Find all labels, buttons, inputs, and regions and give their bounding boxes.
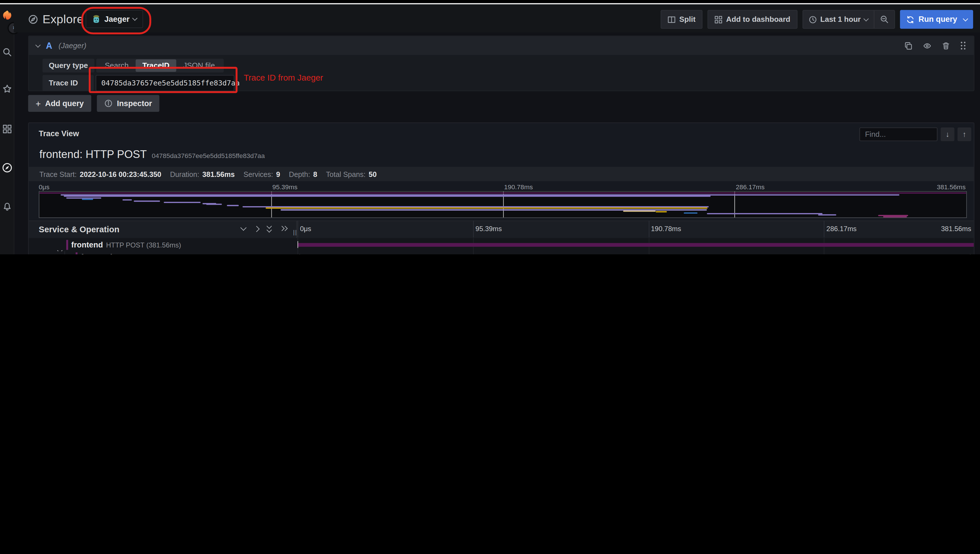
stat-label: Services: xyxy=(244,170,273,178)
hide-query-eye-icon[interactable] xyxy=(923,41,932,49)
collapse-chevron-icon[interactable] xyxy=(35,42,40,47)
search-icon[interactable] xyxy=(0,48,14,57)
find-prev-button[interactable]: ↑ xyxy=(958,127,971,141)
zoom-out-icon xyxy=(880,15,889,24)
explore-compass-icon[interactable] xyxy=(0,162,14,173)
minimap-tick-label: 0μs xyxy=(39,183,49,190)
collapse-one-icon[interactable] xyxy=(241,224,247,231)
service-color-strip xyxy=(66,239,68,250)
query-ref-id: A xyxy=(46,41,52,51)
stat-value: 2022-10-16 00:23:45.350 xyxy=(80,170,161,178)
trace-span-row[interactable]: frontendgrpc.hipstershop.CheckoutService… xyxy=(29,251,974,254)
nav-sidebar xyxy=(0,4,14,254)
expand-all-icon[interactable] xyxy=(280,227,287,230)
service-color-strip xyxy=(76,253,78,254)
minimap-tick-label: 95.39ms xyxy=(272,183,298,190)
trace-id-value: 04785da37657ee5e5dd5185ffe83d7aa xyxy=(152,152,265,159)
timeline-tick-mark xyxy=(298,221,298,237)
annotation-trace-id-note: Trace ID from Jaeger xyxy=(244,73,323,83)
timeline-tick-label: 381.56ms xyxy=(941,225,971,232)
stat-value: 50 xyxy=(369,170,377,178)
minimap-span-bar xyxy=(707,213,822,215)
minimap-span-bar xyxy=(206,204,222,205)
operation-name: grpc.hipstershop.CheckoutService/PlaceOr… xyxy=(116,254,290,254)
run-query-button[interactable]: Run query xyxy=(900,10,973,29)
add-to-dashboard-button[interactable]: Add to dashboard xyxy=(708,10,797,29)
collapse-all-icon[interactable] xyxy=(268,226,271,231)
stat-value: 8 xyxy=(313,170,317,178)
stat-label: Depth: xyxy=(289,170,310,178)
chevron-down-icon xyxy=(963,16,968,21)
query-type-label: Query type xyxy=(43,59,94,73)
expand-one-icon[interactable] xyxy=(253,226,260,232)
add-query-button[interactable]: +Add query xyxy=(28,95,91,112)
info-icon xyxy=(104,99,112,107)
grafana-explore-window: › Explore Jaeger Split A xyxy=(0,0,980,254)
span-duration-bar[interactable] xyxy=(298,243,974,246)
inspector-button[interactable]: Inspector xyxy=(97,95,159,112)
span-expander-icon[interactable] xyxy=(58,243,62,251)
stat-label: Trace Start: xyxy=(39,170,76,178)
minimap-span-bar xyxy=(64,196,711,197)
span-tree-cell: frontendgrpc.hipstershop.CheckoutService… xyxy=(29,251,294,254)
explore-toolbar: Explore Jaeger Split Add to dashboard xyxy=(14,4,980,32)
drag-handle-icon[interactable] xyxy=(960,41,966,50)
top-black-strip xyxy=(0,0,980,3)
trace-span-row[interactable]: frontendHTTP POST (381.56ms) xyxy=(29,238,974,251)
trace-minimap[interactable] xyxy=(39,191,967,218)
zoom-out-button[interactable] xyxy=(874,11,894,28)
panel-title: Trace View xyxy=(39,129,79,138)
timeline-tick-mark xyxy=(473,221,474,237)
span-duration-label: 364.6ms xyxy=(973,254,974,254)
duplicate-query-icon[interactable] xyxy=(904,41,912,49)
annotation-datasource-circle xyxy=(81,7,151,34)
minimap-span-bar xyxy=(684,212,698,213)
grafana-logo[interactable] xyxy=(0,10,14,21)
trace-id-label: Trace ID xyxy=(43,75,94,91)
span-bar-endpoint-tick xyxy=(298,241,298,248)
minimap-span-bar xyxy=(61,194,900,195)
minimap-tick-label: 190.78ms xyxy=(504,183,533,190)
delete-query-trash-icon[interactable] xyxy=(942,41,950,49)
span-rows: frontendHTTP POST (381.56ms)frontendgrpc… xyxy=(29,238,974,254)
timeline-tick-label: 286.17ms xyxy=(827,225,857,232)
minimap-span-bar xyxy=(266,207,708,209)
timeline-tick-mark xyxy=(649,221,649,237)
split-button[interactable]: Split xyxy=(660,10,702,29)
stat-value: 9 xyxy=(276,170,280,178)
refresh-icon xyxy=(906,15,914,23)
find-next-button[interactable]: ↓ xyxy=(941,127,955,141)
clock-icon xyxy=(808,15,816,23)
query-row-header[interactable]: A (Jaeger) xyxy=(29,36,974,55)
minimap-span-bar xyxy=(656,211,667,212)
minimap-tick-label: 381.56ms xyxy=(937,183,966,190)
page-title: Explore xyxy=(43,13,83,26)
minimap-span-bar xyxy=(818,214,837,215)
chevron-down-icon xyxy=(864,16,869,21)
service-name: frontend xyxy=(81,253,112,254)
timeline-tick-label: 190.78ms xyxy=(651,225,681,232)
indent-guide xyxy=(64,251,65,254)
minimap-span-bar xyxy=(883,216,907,217)
trace-stats-bar: Trace Start:2022-10-16 00:23:45.350Durat… xyxy=(29,167,974,181)
star-icon[interactable] xyxy=(0,84,14,94)
stat-label: Duration: xyxy=(170,170,199,178)
split-icon xyxy=(667,15,675,23)
minimap-span-bar xyxy=(82,199,93,200)
timeline-tick-label: 95.39ms xyxy=(475,225,502,232)
stat-value: 381.56ms xyxy=(202,170,235,178)
minimap-span-bar xyxy=(623,210,656,212)
minimap-span-bar xyxy=(164,202,201,203)
time-range-picker[interactable]: Last 1 hour xyxy=(803,11,873,28)
explore-icon xyxy=(28,14,38,24)
service-name: frontend xyxy=(71,240,103,249)
annotation-trace-id-box xyxy=(89,67,237,93)
dashboard-grid-icon xyxy=(714,15,722,23)
dashboards-icon[interactable] xyxy=(0,124,14,134)
operation-name: HTTP POST (381.56ms) xyxy=(106,241,181,248)
alerting-bell-icon[interactable] xyxy=(0,202,14,211)
find-input[interactable]: Find... xyxy=(859,127,937,141)
timeline-tick-mark xyxy=(824,221,824,237)
query-datasource-hint: (Jaeger) xyxy=(59,41,86,50)
span-tree-cell: frontendHTTP POST (381.56ms) xyxy=(29,238,294,251)
